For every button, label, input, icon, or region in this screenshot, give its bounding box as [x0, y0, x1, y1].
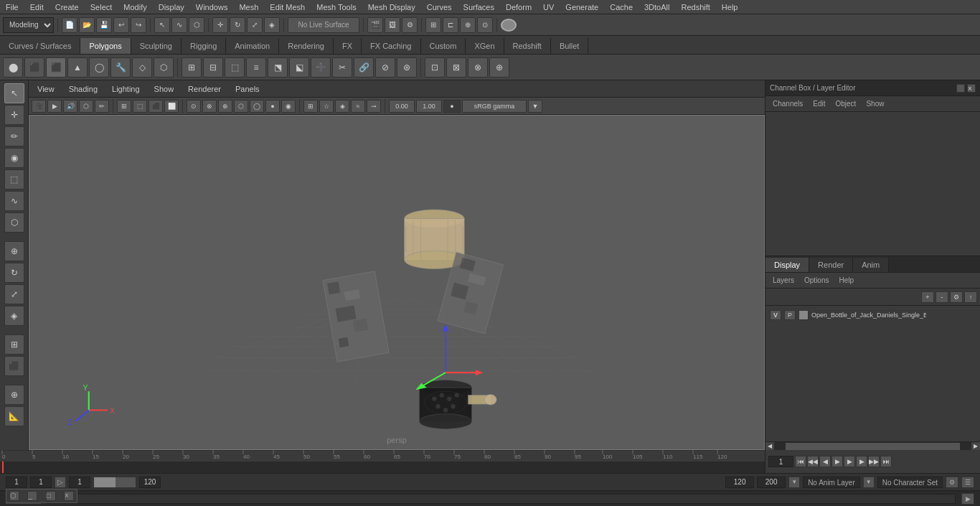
range-end-input[interactable]: 120	[139, 477, 161, 488]
menu-display[interactable]: Display	[153, 1, 190, 13]
channel-edit[interactable]: Edit	[809, 98, 829, 109]
render-btn[interactable]: 🎬	[367, 17, 383, 33]
status-subframe-input[interactable]: 1	[30, 477, 52, 488]
char-btn[interactable]: ☰	[961, 477, 974, 488]
timeline-track[interactable]	[0, 462, 765, 473]
prev-key-btn[interactable]: ◀◀	[807, 456, 819, 467]
tab-animation[interactable]: Animation	[226, 38, 279, 54]
mini-win-icon[interactable]: ⬡	[9, 491, 19, 501]
settings-btn[interactable]: ⚙	[946, 477, 958, 488]
menu-select[interactable]: Select	[85, 1, 118, 13]
vp-menu-shading[interactable]: Shading	[66, 83, 100, 95]
vp-menu-show[interactable]: Show	[151, 83, 177, 95]
layer-add-btn[interactable]: +	[921, 291, 934, 303]
menu-cache[interactable]: Cache	[604, 1, 639, 13]
undo-btn[interactable]: ↩	[113, 17, 129, 33]
shelf-uv-editor[interactable]: ⊡	[425, 57, 445, 78]
playhead[interactable]	[2, 462, 4, 473]
vp-obj-icon[interactable]: ⬡	[79, 100, 93, 113]
next-key-btn[interactable]: ▶▶	[868, 456, 880, 467]
vp-hud-icon[interactable]: ⬚	[133, 100, 147, 113]
vp-isolate-icon[interactable]: ⊞	[303, 100, 318, 113]
mini-win-restore[interactable]: □	[46, 491, 56, 501]
panel-minimize[interactable]	[956, 84, 965, 93]
scale-btn[interactable]: ⤢	[247, 17, 263, 33]
tab-polygons[interactable]: Polygons	[80, 38, 131, 54]
layer-playback[interactable]: P	[784, 310, 796, 320]
mini-win-minimize[interactable]: _	[27, 491, 37, 501]
snap-curve-btn[interactable]: ⊏	[443, 17, 458, 33]
menu-modify[interactable]: Modify	[118, 1, 152, 13]
measure-tool[interactable]: 📐	[4, 406, 24, 426]
scroll-left-btn[interactable]: ◀	[765, 442, 774, 451]
menu-mesh-display[interactable]: Mesh Display	[362, 1, 421, 13]
frame-end-input[interactable]: 120	[725, 477, 754, 488]
menu-create[interactable]: Create	[50, 1, 85, 13]
play-back-btn[interactable]: ▶	[831, 456, 843, 467]
layers-scrollbar[interactable]: ◀ ▶	[765, 441, 980, 450]
shelf-cut[interactable]: ⊗	[468, 57, 488, 78]
shelf-bridge[interactable]: ≡	[246, 57, 266, 78]
shelf-cylinder[interactable]: 🔧	[110, 57, 131, 78]
vp-menu-renderer[interactable]: Renderer	[185, 83, 224, 95]
tab-fx-caching[interactable]: FX Caching	[362, 38, 420, 54]
shelf-cube-light[interactable]: ⬛	[46, 57, 66, 78]
current-frame-input[interactable]: 1	[768, 456, 793, 467]
snap-tools[interactable]: ⊕	[4, 385, 24, 405]
marquee-select[interactable]: ⬚	[4, 169, 24, 189]
shelf-bevel[interactable]: ⬚	[225, 57, 245, 78]
snap-grid-btn[interactable]: ⊞	[425, 17, 441, 33]
show-manip[interactable]: ⊞	[4, 334, 24, 355]
tab-bullet[interactable]: Bullet	[551, 38, 589, 54]
menu-mesh-tools[interactable]: Mesh Tools	[311, 1, 362, 13]
menu-curves[interactable]: Curves	[421, 1, 458, 13]
scroll-thumb[interactable]	[786, 443, 960, 450]
vp-res-gate-icon[interactable]: ⬜	[164, 100, 179, 113]
layer-row-bottle[interactable]: V P Open_Bottle_of_Jack_Daniels_Single_B…	[767, 307, 979, 323]
move-rotate-scale-tool[interactable]: ✛	[4, 105, 24, 125]
universal-manip[interactable]: ◈	[4, 306, 24, 326]
menu-surfaces[interactable]: Surfaces	[458, 1, 500, 13]
menu-edit[interactable]: Edit	[24, 1, 50, 13]
tab-anim[interactable]: Anim	[853, 258, 889, 272]
vp-ao-icon[interactable]: ◉	[281, 100, 296, 113]
shelf-multi-cut[interactable]: ✂	[332, 57, 352, 78]
total-end-input[interactable]: 200	[757, 477, 786, 488]
vp-transform-y[interactable]: 1.00	[416, 100, 442, 113]
soft-modify-tool[interactable]: ◉	[4, 148, 24, 168]
vp-film-gate-icon[interactable]: ⬛	[149, 100, 163, 113]
snap-point-btn[interactable]: ⊕	[460, 17, 476, 33]
menu-redshift[interactable]: Redshift	[675, 1, 715, 13]
scroll-right-btn[interactable]: ▶	[971, 442, 980, 451]
scale-tool[interactable]: ⤢	[4, 284, 24, 304]
shelf-platonic[interactable]: ⬡	[154, 57, 174, 78]
lasso-select[interactable]: ∿	[4, 191, 24, 211]
select-tool[interactable]: ↖	[4, 83, 24, 103]
tab-render[interactable]: Render	[809, 258, 853, 272]
vp-paint-icon[interactable]: ✏	[95, 100, 109, 113]
move-btn[interactable]: ✛	[212, 17, 228, 33]
menu-deform[interactable]: Deform	[500, 1, 537, 13]
shelf-mirror[interactable]: ⊘	[375, 57, 395, 78]
redo-btn[interactable]: ↪	[131, 17, 146, 33]
shelf-quad-draw[interactable]: ⬔	[268, 57, 288, 78]
skip-to-end-btn[interactable]: ⏭	[880, 456, 892, 467]
play-fwd-btn[interactable]: ▶	[844, 456, 855, 467]
menu-mesh[interactable]: Mesh	[233, 1, 264, 13]
color-space-selector[interactable]: sRGB gamma	[462, 100, 527, 113]
menu-3dtall[interactable]: 3DtoAll	[639, 1, 675, 13]
vp-wireframe-icon[interactable]: ⊗	[202, 100, 217, 113]
tab-rendering[interactable]: Rendering	[279, 38, 334, 54]
layer-visible[interactable]: V	[770, 310, 781, 320]
open-scene-btn[interactable]: 📂	[79, 17, 95, 33]
menu-uv[interactable]: UV	[537, 1, 560, 13]
channel-channels[interactable]: Channels	[768, 98, 807, 109]
viewport-canvas[interactable]: X Y Z persp	[29, 115, 765, 450]
shelf-layout[interactable]: ⊕	[489, 57, 509, 78]
vp-xray-icon[interactable]: ☆	[319, 100, 334, 113]
menu-help[interactable]: Help	[716, 1, 744, 13]
shelf-target-weld[interactable]: 🔗	[354, 57, 374, 78]
snap-surface-btn[interactable]: ⊙	[477, 17, 493, 33]
tab-xgen[interactable]: XGen	[466, 38, 504, 54]
workspace-selector[interactable]: Modeling	[3, 17, 54, 33]
